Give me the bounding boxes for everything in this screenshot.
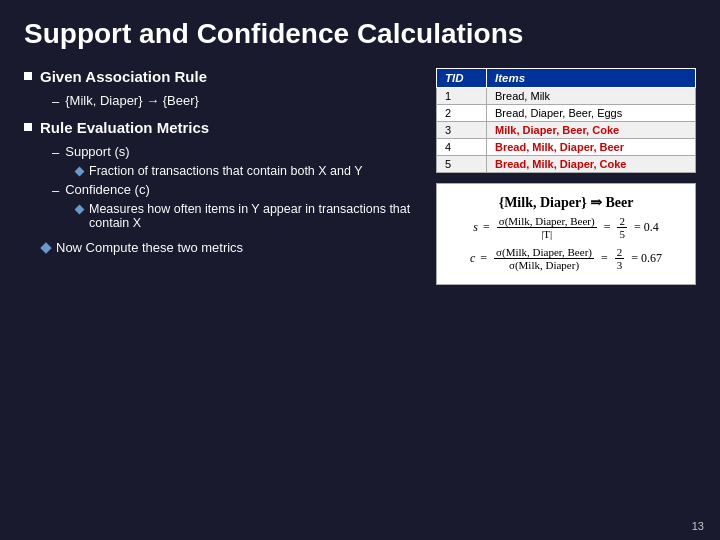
bullet-square-2: [24, 123, 32, 131]
support-val-den: 5: [617, 228, 627, 240]
section2-label: Rule Evaluation Metrics: [40, 119, 209, 136]
conf-val-num: 2: [615, 246, 625, 259]
section2-support-text: Fraction of transactions that contain bo…: [89, 164, 363, 178]
diamond-icon-1: [75, 167, 85, 177]
confidence-formula: c = σ(Milk, Diaper, Beer) σ(Milk, Diaper…: [449, 246, 683, 271]
diamond-icon-3: [40, 242, 51, 253]
section2-bullet: Rule Evaluation Metrics: [24, 119, 420, 136]
section2-confidence-text: Measures how often items in Y appear in …: [89, 202, 420, 230]
support-denominator: |T|: [539, 228, 554, 240]
page-number: 13: [692, 520, 704, 532]
cell-items: Bread, Milk: [487, 88, 696, 105]
slide: Support and Confidence Calculations Give…: [0, 0, 720, 540]
bullet-square-1: [24, 72, 32, 80]
section2-dash2: –: [52, 183, 59, 198]
table-row: 3 Milk, Diaper, Beer, Coke: [437, 122, 696, 139]
section2-sub1-sub1: Fraction of transactions that contain bo…: [76, 164, 420, 178]
now-compute-text: Now Compute these two metrics: [56, 240, 243, 255]
support-s-label: s: [473, 220, 478, 235]
support-val-num: 2: [617, 215, 627, 228]
cell-items: Bread, Diaper, Beer, Eggs: [487, 105, 696, 122]
section1-dash: –: [52, 94, 59, 109]
diamond-icon-2: [75, 205, 85, 215]
conf-value-frac: 2 3: [615, 246, 625, 271]
now-compute-row: Now Compute these two metrics: [42, 240, 420, 255]
section2-sub2-sub1: Measures how often items in Y appear in …: [76, 202, 420, 230]
section2-dash1: –: [52, 145, 59, 160]
col-items: Items: [487, 69, 696, 88]
cell-tid: 5: [437, 156, 487, 173]
support-value-frac: 2 5: [617, 215, 627, 240]
cell-tid: 3: [437, 122, 487, 139]
cell-items-highlight: Milk, Diaper, Beer, Coke: [487, 122, 696, 139]
cell-tid: 1: [437, 88, 487, 105]
cell-items-highlight: Bread, Milk, Diaper, Coke: [487, 156, 696, 173]
section1-bullet: Given Association Rule: [24, 68, 420, 85]
section2-sub1: – Support (s): [52, 144, 420, 160]
conf-c-label: c: [470, 251, 475, 266]
cell-items-highlight: Bread, Milk, Diaper, Beer: [487, 139, 696, 156]
content-area: Given Association Rule – {Milk, Diaper} …: [24, 68, 696, 285]
table-row: 2 Bread, Diaper, Beer, Eggs: [437, 105, 696, 122]
section2-support-label: Support (s): [65, 144, 129, 159]
conf-numerator: σ(Milk, Diaper, Beer): [494, 246, 594, 259]
col-tid: TID: [437, 69, 487, 88]
page-title: Support and Confidence Calculations: [24, 18, 696, 50]
section1-sub1: – {Milk, Diaper} → {Beer}: [52, 93, 420, 109]
formula-box: {Milk, Diaper} ⇒ Beer s = σ(Milk, Diaper…: [436, 183, 696, 285]
cell-tid: 4: [437, 139, 487, 156]
conf-denominator: σ(Milk, Diaper): [507, 259, 581, 271]
left-column: Given Association Rule – {Milk, Diaper} …: [24, 68, 420, 285]
formula-rule: {Milk, Diaper} ⇒ Beer: [449, 194, 683, 211]
support-formula: s = σ(Milk, Diaper, Beer) |T| = 2 5 = 0.…: [449, 215, 683, 240]
conf-fraction: σ(Milk, Diaper, Beer) σ(Milk, Diaper): [494, 246, 594, 271]
right-column: TID Items 1 Bread, Milk 2 Bread, Diaper,…: [436, 68, 696, 285]
section2-confidence-label: Confidence (c): [65, 182, 150, 197]
table-row: 5 Bread, Milk, Diaper, Coke: [437, 156, 696, 173]
section2-sub2: – Confidence (c): [52, 182, 420, 198]
tid-table: TID Items 1 Bread, Milk 2 Bread, Diaper,…: [436, 68, 696, 173]
support-numerator: σ(Milk, Diaper, Beer): [497, 215, 597, 228]
section1-label: Given Association Rule: [40, 68, 207, 85]
support-fraction: σ(Milk, Diaper, Beer) |T|: [497, 215, 597, 240]
cell-tid: 2: [437, 105, 487, 122]
table-row: 4 Bread, Milk, Diaper, Beer: [437, 139, 696, 156]
table-row: 1 Bread, Milk: [437, 88, 696, 105]
conf-val-den: 3: [615, 259, 625, 271]
section1-text: {Milk, Diaper} → {Beer}: [65, 93, 199, 108]
